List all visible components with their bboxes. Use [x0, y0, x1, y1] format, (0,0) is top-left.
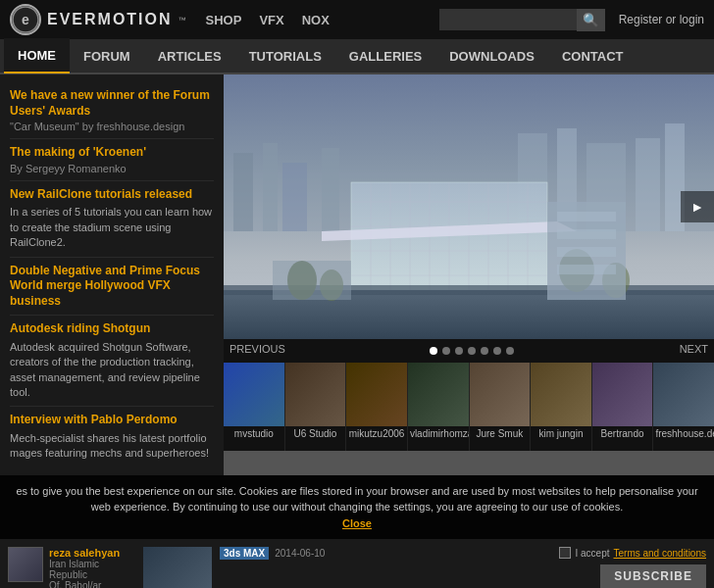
bottom-section: reza salehyan Iran Islamic Republic Of, …	[0, 539, 714, 588]
thumb-label-2: mikutzu2006	[346, 426, 407, 442]
sidebar-title-1[interactable]: The making of 'Kroenen'	[10, 145, 214, 161]
thumb-label-3: vladimirhomza	[408, 426, 469, 442]
sidebar-title-3[interactable]: Double Negative and Prime Focus World me…	[10, 264, 214, 310]
sidebar-item-4: Autodesk riding Shotgun Autodesk acquire…	[10, 316, 214, 407]
subscribe-area: I accept Terms and conditions SUBSCRIBE	[510, 547, 706, 588]
logo-name: EVERMOTION	[47, 11, 173, 28]
content-area: We have a new winner of the Forum Users'…	[0, 74, 714, 475]
thumbnail-5[interactable]: kim jungin	[531, 363, 592, 451]
svg-rect-36	[557, 212, 616, 221]
nav-articles[interactable]: ARTICLES	[144, 38, 235, 74]
nav-downloads[interactable]: DOWNLOADS	[435, 38, 548, 74]
next-slide-arrow[interactable]: ►	[681, 191, 714, 222]
slide-dot-5[interactable]	[481, 347, 488, 355]
subscribe-check-label: I accept	[575, 548, 609, 559]
thumb-label-5: kim jungin	[531, 426, 591, 442]
thumbnails-row: mvstudio U6 Studio mikutzu2006 vladimirh…	[224, 363, 714, 451]
subscribe-row: I accept Terms and conditions	[559, 547, 706, 559]
thumbnail-0[interactable]: mvstudio	[224, 363, 285, 451]
top-nav-vfx[interactable]: VFX	[259, 13, 283, 27]
thumbnail-7[interactable]: freshhouse.design	[653, 363, 714, 451]
thumbnail-1[interactable]: U6 Studio	[285, 363, 347, 451]
sidebar-item-0: We have a new winner of the Forum Users'…	[10, 82, 214, 139]
thumb-label-7: freshhouse.design	[653, 426, 714, 442]
thumb-label-4: Jure Smuk	[470, 426, 531, 442]
user-detail-0b: Of, Babol/ar	[49, 580, 135, 588]
top-nav-nox[interactable]: NOX	[302, 13, 330, 27]
sidebar-title-4[interactable]: Autodesk riding Shotgun	[10, 321, 214, 337]
article-tag-row-0: 3ds MAX 2014-06-10	[220, 547, 325, 560]
nav-forum[interactable]: FORUM	[70, 38, 144, 74]
sidebar-title-2[interactable]: New RailClone tutorials released	[10, 187, 214, 203]
slide-dot-7[interactable]	[506, 347, 514, 355]
main-image-area: ► PREVIOUS NEXT mvstudio U6 Studio mik	[224, 74, 714, 475]
sidebar-item-3: Double Negative and Prime Focus World me…	[10, 258, 214, 317]
slide-dot-2[interactable]	[442, 347, 450, 355]
article-thumb-0	[143, 547, 212, 588]
svg-text:e: e	[22, 12, 29, 27]
slide-dot-6[interactable]	[493, 347, 501, 355]
search-button[interactable]: 🔍	[577, 9, 605, 31]
sidebar-subtitle-1: By Sergeyy Romanenko	[10, 163, 214, 174]
nav-home[interactable]: HOME	[4, 38, 70, 74]
nav-galleries[interactable]: GALLERIES	[335, 38, 435, 74]
sidebar-subtitle-0: "Car Museum" by freshhouse.design	[10, 121, 214, 132]
thumbnail-2[interactable]: mikutzu2006	[346, 363, 408, 451]
sidebar-item-1: The making of 'Kroenen' By Sergeyy Roman…	[10, 139, 214, 181]
prev-label[interactable]: PREVIOUS	[230, 343, 285, 353]
svg-rect-39	[557, 265, 616, 274]
svg-rect-4	[233, 153, 253, 231]
main-navigation: HOME FORUM ARTICLES TUTORIALS GALLERIES …	[0, 39, 714, 74]
logo: e EVERMOTION™	[10, 4, 186, 35]
search-input[interactable]	[439, 9, 577, 30]
slide-dot-3[interactable]	[455, 347, 463, 355]
avatar-0	[8, 547, 43, 582]
article-content-0: 3ds MAX 2014-06-10	[220, 547, 325, 588]
nav-tutorials[interactable]: TUTORIALS	[235, 38, 335, 74]
sidebar-desc-4: Autodesk acquired Shotgun Software, crea…	[10, 340, 214, 401]
logo-icon: e	[10, 4, 41, 35]
slide-dot-4[interactable]	[468, 347, 476, 355]
top-bar: e EVERMOTION™ SHOP VFX NOX 🔍 Register or…	[0, 0, 714, 39]
sidebar-title-0[interactable]: We have a new winner of the Forum Users'…	[10, 88, 214, 119]
sidebar-item-5: Interview with Pablo Perdomo Mech-specia…	[10, 407, 214, 466]
svg-rect-38	[557, 247, 616, 257]
svg-rect-11	[636, 138, 660, 231]
svg-rect-6	[282, 163, 307, 231]
terms-link[interactable]: Terms and conditions	[614, 548, 707, 559]
thumb-label-6: Bertrando	[592, 426, 653, 442]
users-list: reza salehyan Iran Islamic Republic Of, …	[8, 547, 135, 588]
article-tag-0: 3ds MAX	[220, 547, 269, 560]
subscribe-button[interactable]: SUBSCRIBE	[600, 564, 706, 588]
cookie-close-button[interactable]: Close	[342, 517, 372, 529]
slide-dot-1[interactable]	[430, 347, 437, 355]
user-name-0[interactable]: reza salehyan	[49, 547, 135, 559]
articles-list: 3ds MAX 2014-06-10 E3 2014 trailers and …	[143, 547, 502, 588]
terms-checkbox[interactable]	[559, 547, 571, 559]
top-nav-shop[interactable]: SHOP	[206, 13, 242, 27]
sidebar-desc-2: In a series of 5 tutorials you can learn…	[10, 205, 214, 250]
hero-image: ►	[224, 74, 714, 339]
thumbnail-3[interactable]: vladimirhomza	[408, 363, 470, 451]
slide-dots	[425, 347, 514, 355]
thumbnail-4[interactable]: Jure Smuk	[470, 363, 532, 451]
cookie-banner: es to give you the best experience on ou…	[0, 475, 714, 540]
thumbnail-6[interactable]: Bertrando	[592, 363, 654, 451]
next-label[interactable]: NEXT	[680, 343, 708, 353]
thumb-label-0: mvstudio	[224, 426, 284, 442]
article-date-0: 2014-06-10	[275, 548, 325, 559]
user-info-0: reza salehyan Iran Islamic Republic Of, …	[49, 547, 135, 588]
top-navigation: SHOP VFX NOX	[206, 13, 330, 27]
svg-rect-40	[273, 261, 351, 300]
nav-contact[interactable]: CONTACT	[548, 38, 638, 74]
subscribe-check-area: I accept Terms and conditions	[559, 547, 706, 559]
svg-rect-37	[557, 229, 616, 239]
user-detail-0a: Iran Islamic Republic	[49, 559, 135, 580]
sidebar-title-5[interactable]: Interview with Pablo Perdomo	[10, 413, 214, 428]
article-item-0: 3ds MAX 2014-06-10	[143, 547, 502, 588]
sidebar-desc-5: Mech-specialist shares his latest portfo…	[10, 431, 214, 462]
search-bar: 🔍	[439, 9, 605, 31]
hero-svg	[224, 74, 714, 339]
svg-rect-7	[322, 148, 339, 231]
register-login-link[interactable]: Register or login	[619, 13, 704, 26]
